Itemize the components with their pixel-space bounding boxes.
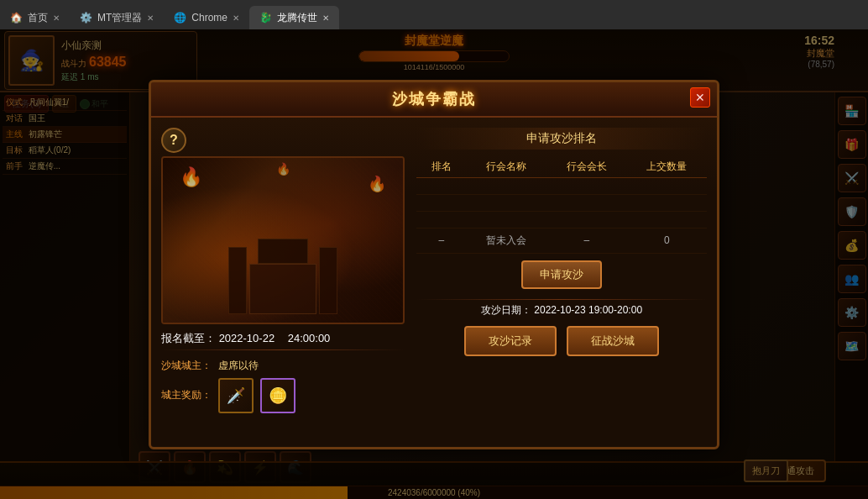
no-guild-amount: 0 [627,228,707,253]
fire-effect-1: 🔥 [180,166,202,188]
reward-item-1: 🗡️ [218,378,254,413]
fire-effect-2: 🔥 [368,175,386,193]
home-tab-close[interactable]: ✕ [53,13,60,23]
browser-tab-chrome[interactable]: 🌐 Chrome ✕ [164,6,249,29]
divider-2 [416,299,707,300]
modal-header: 沙城争霸战 ✕ [151,82,717,118]
battle-image: 🔥 🔥 🔥 [161,156,405,324]
ranking-table: 排名 行会名称 行会会长 上交数量 [416,156,707,254]
modal-close-button[interactable]: ✕ [690,87,710,108]
castle-top [258,239,308,264]
fire-effect-3: 🔥 [276,162,290,176]
mt-tab-label: MT管理器 [97,11,142,25]
divider-1 [161,349,405,350]
castle-tower-left [228,247,247,314]
no-guild-name: 暂未入会 [467,228,546,253]
attack-date-value: 2022-10-23 19:00-20:00 [534,304,642,316]
city-master-row: 沙城城主： 虚席以待 [161,359,405,373]
chrome-tab-icon: 🌐 [174,12,186,24]
city-reward-row: 城主奖励： 🗡️ 🪙 [161,378,405,413]
no-guild-row: – 暂未入会 – 0 [416,228,707,253]
game-tab-close[interactable]: ✕ [322,13,329,23]
game-tab-label: 龙腾传世 [277,11,317,25]
col-leader: 行会会长 [546,156,626,178]
no-guild-rank: – [416,228,467,253]
modal-dialog: 沙城争霸战 ✕ ? [149,80,719,449]
castle-body [249,264,316,314]
modal-right-panel: 申请攻沙排名 排名 行会名称 行会会长 上交数量 [416,128,707,413]
home-tab-label: 首页 [28,11,48,25]
game-tab-icon: 🐉 [259,12,272,24]
ranking-title: 申请攻沙排名 [416,128,707,150]
reward-item-2: 🪙 [260,378,295,413]
ranking-empty-row-1 [416,177,707,194]
question-mark-icon: ? [161,128,186,153]
attack-city-button[interactable]: 征战沙城 [567,326,659,356]
col-guild: 行会名称 [467,156,546,178]
mt-tab-close[interactable]: ✕ [147,13,154,23]
apply-attack-button[interactable]: 申请攻沙 [521,260,602,289]
no-guild-leader: – [546,228,626,253]
col-rank: 排名 [416,156,467,178]
battle-deadline: 报名截至： 2022-10-22 24:00:00 [161,331,405,346]
deadline-date: 2022-10-22 [219,332,275,344]
browser-tab-home[interactable]: 🏠 首页 ✕ [0,6,70,29]
browser-tab-mt[interactable]: ⚙️ MT管理器 ✕ [70,6,164,29]
castle-tower-right [319,247,337,314]
attack-date-label: 攻沙日期： [481,304,531,316]
chrome-tab-label: Chrome [191,12,227,24]
chrome-tab-close[interactable]: ✕ [233,13,239,23]
browser-tab-game[interactable]: 🐉 龙腾传世 ✕ [249,6,339,29]
game-ui: 🧙 小仙亲测 战斗力 63845 延迟 1 ms 封魔堂逆魔 [0,29,868,499]
city-master-value: 虚席以待 [218,359,259,373]
city-info: 沙城城主： 虚席以待 城主奖励： 🗡️ 🪙 [161,359,405,413]
mt-tab-icon: ⚙️ [80,12,92,24]
city-reward-label: 城主奖励： [161,388,212,402]
action-buttons: 攻沙记录 征战沙城 [416,326,707,356]
modal-left-panel: ? 🔥 [161,128,405,413]
deadline-time: 24:00:00 [288,332,331,344]
ranking-table-body: – 暂未入会 – 0 [416,177,707,253]
ranking-table-header: 排名 行会名称 行会会长 上交数量 [416,156,707,178]
attack-record-button[interactable]: 攻沙记录 [464,326,557,356]
ranking-empty-row-3 [416,211,707,228]
attack-date-info: 攻沙日期： 2022-10-23 19:00-20:00 [416,303,707,318]
deadline-label: 报名截至： [161,332,216,344]
modal-overlay: 沙城争霸战 ✕ ? [0,29,868,499]
battle-image-bg: 🔥 🔥 🔥 [163,158,403,323]
col-amount: 上交数量 [627,156,707,178]
modal-body: ? 🔥 [151,118,717,423]
ranking-empty-row-2 [416,194,707,211]
browser-bar: 🏠 首页 ✕ ⚙️ MT管理器 ✕ 🌐 Chrome ✕ 🐉 龙腾传世 ✕ [0,0,868,29]
home-tab-icon: 🏠 [10,12,23,24]
modal-title: 沙城争霸战 [392,89,476,109]
city-master-label: 沙城城主： [161,359,212,373]
